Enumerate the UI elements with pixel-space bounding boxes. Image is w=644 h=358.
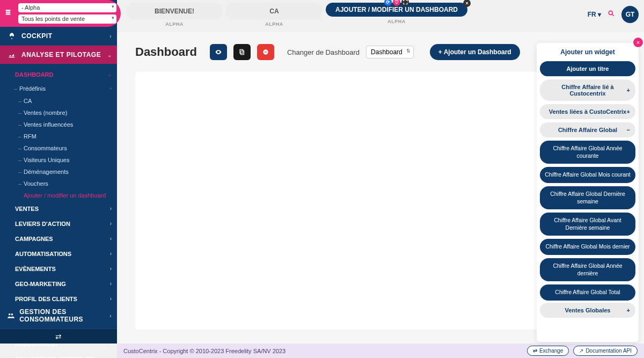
alpha-select[interactable]: - Alpha xyxy=(18,3,116,12)
leaf-consommateurs[interactable]: Consommateurs xyxy=(0,142,117,154)
widget-ventes-globales[interactable]: Ventes Globales+ xyxy=(540,303,635,318)
change-dashboard-label: Changer de Dashboard xyxy=(287,48,360,56)
subnav-collecte-gestion[interactable]: COLLECTE ET GESTION DE DONNÉES› xyxy=(0,352,117,358)
plus-icon: + xyxy=(627,307,630,313)
leaf-visiteurs[interactable]: Visiteurs Uniques xyxy=(0,154,117,166)
chip-ca-avant-derniere-semaine[interactable]: Chiffre Affaire Global Avant Dernière se… xyxy=(540,213,635,236)
users-icon xyxy=(6,312,15,319)
exchange-button[interactable]: ⇄Exchange xyxy=(527,346,569,356)
copy-button[interactable] xyxy=(233,44,251,60)
minus-icon: − xyxy=(627,127,630,133)
rocket-icon xyxy=(6,32,17,40)
svg-point-1 xyxy=(11,313,13,316)
svg-rect-4 xyxy=(240,49,243,53)
chevron-right-icon: › xyxy=(109,33,112,39)
exchange-icon: ⇄ xyxy=(533,348,537,354)
nav-cockpit-label: COCKPIT xyxy=(21,32,53,40)
chevron-right-icon: › xyxy=(110,251,112,257)
tab-ajouter-sub: ALPHA xyxy=(387,19,406,24)
widget-ca-global-options: Chiffre Affaire Global Année courante Ch… xyxy=(540,141,635,301)
leaf-vouchers[interactable]: Vouchers xyxy=(0,178,117,189)
svg-rect-6 xyxy=(265,52,267,52)
widget-ventes-custocentrix[interactable]: Ventes liées à CustoCentrix+ xyxy=(540,104,635,119)
tab-ajouter-dashboard[interactable]: ⟳ ♡ ⛶ AJOUTER / MODIFIER UN DASHBOARD × xyxy=(326,3,467,17)
svg-point-2 xyxy=(609,11,612,14)
chevron-right-icon: › xyxy=(110,221,112,227)
subnav-geo-marketing[interactable]: GEO-MARKETING› xyxy=(0,276,117,291)
doc-api-button[interactable]: ↗Documentation API xyxy=(573,346,638,356)
chip-ca-mois-dernier[interactable]: Chiffre Affaire Global Mois dernier xyxy=(540,239,635,255)
sidebar-collapse-button[interactable]: ⇄ xyxy=(0,329,117,344)
nav-gestion-label: GESTION DES CONSOMMATEURS xyxy=(19,308,111,323)
search-icon[interactable] xyxy=(608,9,615,20)
chevron-right-icon: › xyxy=(110,266,112,272)
widget-add-title-button[interactable]: Ajouter un titre xyxy=(540,61,635,76)
subnav-evenements[interactable]: EVÈNEMENTS› xyxy=(0,261,117,276)
nav-gestion-consommateurs[interactable]: GESTION DES CONSOMMATEURS › xyxy=(0,303,117,329)
footer: CustoCentrix - Copyright © 2010-2023 Fre… xyxy=(117,344,644,358)
chevron-down-icon: ⌄ xyxy=(107,71,112,77)
sidebar-store-selector: - Alpha Tous les points de vente xyxy=(0,0,121,27)
leaf-demenagements[interactable]: Déménagements xyxy=(0,166,117,178)
subnav-leviers[interactable]: LEVIERS D'ACTION› xyxy=(0,216,117,231)
tab-ca-sub: ALPHA xyxy=(265,21,283,27)
pos-select[interactable]: Tous les points de vente xyxy=(18,14,116,24)
page-title: Dashboard xyxy=(135,45,197,59)
subnav-dashboard[interactable]: DASHBOARD ⌄ xyxy=(0,67,117,82)
widget-panel-close[interactable]: × xyxy=(633,38,643,47)
tab-bienvenue-sub: ALPHA xyxy=(165,21,184,27)
chart-icon xyxy=(6,51,17,59)
heart-badge-icon[interactable]: ♡ xyxy=(393,0,400,6)
leaf-ventes-nombre[interactable]: Ventes (nombre) xyxy=(0,107,117,119)
collapse-icon: ⇄ xyxy=(55,332,62,341)
svg-point-0 xyxy=(9,313,10,316)
chip-ca-derniere-semaine[interactable]: Chiffre Affaire Global Dernière semaine xyxy=(540,186,635,209)
chip-ca-annee-courante[interactable]: Chiffre Affaire Global Année courante xyxy=(540,141,635,164)
svg-rect-3 xyxy=(241,51,244,55)
widget-ca-custocentrix[interactable]: Chiffre Affaire lié à Custocentrix+ xyxy=(540,79,635,101)
dashboard-dropdown[interactable]: Dashboard xyxy=(366,46,414,59)
footer-copyright: CustoCentrix - Copyright © 2010-2023 Fre… xyxy=(123,348,286,354)
refresh-badge-icon[interactable]: ⟳ xyxy=(384,0,392,6)
chip-ca-mois-courant[interactable]: Chiffre Affaire Global Mois courant xyxy=(540,167,635,183)
user-avatar[interactable]: GT xyxy=(621,6,639,23)
subnav-predefinis[interactable]: Prédéfinis › xyxy=(0,82,117,95)
tab-close-icon[interactable]: × xyxy=(463,0,471,7)
widget-panel: Ajouter un widget Ajouter un titre Chiff… xyxy=(537,43,639,342)
plus-icon: + xyxy=(627,108,630,115)
leaf-ajouter-dashboard[interactable]: Ajouter / modifier un dashboard xyxy=(0,189,117,201)
chevron-right-icon: › xyxy=(110,296,112,302)
view-button[interactable] xyxy=(210,44,227,60)
subnav-automatisations[interactable]: AUTOMATISATIONS› xyxy=(0,246,117,261)
chevron-right-icon: › xyxy=(110,236,112,242)
nav-analyse[interactable]: ANALYSE ET PILOTAGE ⌄ xyxy=(0,46,117,64)
chip-ca-annee-derniere[interactable]: Chiffre Affaire Global Année dernière xyxy=(540,258,635,281)
store-icon xyxy=(4,9,12,18)
add-dashboard-button[interactable]: + Ajouter un Dashboard xyxy=(430,44,520,60)
leaf-ventes-influencees[interactable]: Ventes influencées xyxy=(0,119,117,130)
subnav-ventes[interactable]: VENTES› xyxy=(0,201,117,216)
plus-icon: + xyxy=(627,87,630,93)
tab-badges: ⟳ ♡ ⛶ xyxy=(384,0,409,6)
chevron-down-icon: ⌄ xyxy=(107,52,112,58)
nav-cockpit[interactable]: COCKPIT › xyxy=(0,27,117,46)
chevron-right-icon: › xyxy=(110,85,112,91)
tab-bienvenue[interactable]: BIENVENUE! xyxy=(126,3,223,19)
language-selector[interactable]: FR ▾ xyxy=(588,11,601,18)
widget-ca-global[interactable]: Chiffre Affaire Global− xyxy=(540,122,635,137)
top-tabs: BIENVENUE! ALPHA CA ALPHA ⟳ ♡ ⛶ AJOUTER … xyxy=(121,0,644,30)
nav-analyse-label: ANALYSE ET PILOTAGE xyxy=(21,51,101,59)
delete-button[interactable] xyxy=(257,44,274,60)
chevron-right-icon: › xyxy=(110,206,112,211)
leaf-rfm[interactable]: RFM xyxy=(0,130,117,142)
widget-panel-title: Ajouter un widget xyxy=(540,48,635,56)
tab-ca[interactable]: CA xyxy=(226,3,323,19)
leaf-ca[interactable]: CA xyxy=(0,95,117,107)
chip-ca-total[interactable]: Chiffre Affaire Global Total xyxy=(540,284,635,301)
sidebar: - Alpha Tous les points de vente COCKPIT… xyxy=(0,0,117,344)
external-link-icon: ↗ xyxy=(579,348,583,354)
chevron-right-icon: › xyxy=(110,281,112,287)
expand-badge-icon[interactable]: ⛶ xyxy=(401,0,409,6)
subnav-campagnes[interactable]: CAMPAGNES› xyxy=(0,231,117,246)
chevron-right-icon: › xyxy=(109,313,112,319)
